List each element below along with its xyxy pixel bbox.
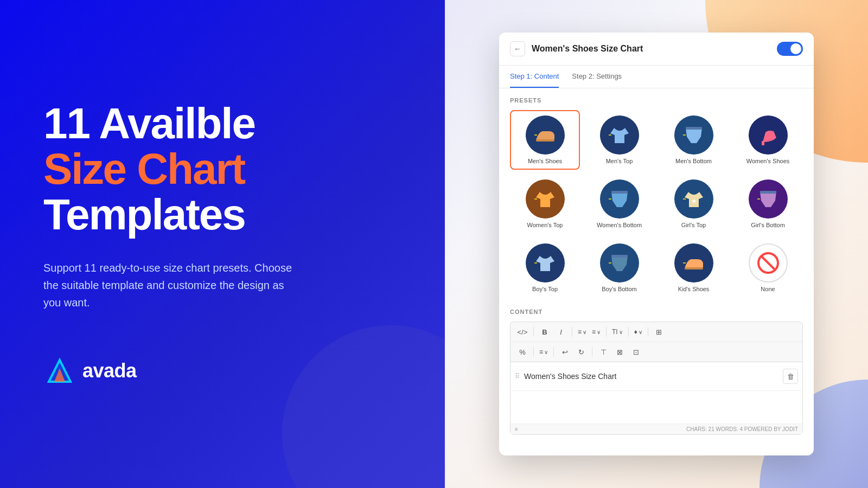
tabs-bar: Step 1: Content Step 2: Settings	[499, 66, 814, 88]
editor-content-row: ⠿ Women's Shoes Size Chart 🗑	[510, 362, 802, 391]
toolbar-sep-7	[553, 347, 554, 357]
toolbar-table-btn[interactable]: ⊞	[652, 324, 667, 339]
toolbar-fullscreen-btn[interactable]: ⊠	[612, 344, 627, 359]
preset-item-mens-shoes[interactable]: Men's Shoes	[510, 110, 580, 170]
editor-body: ⠿ Women's Shoes Size Chart 🗑 ≡ CHARS: 21…	[510, 362, 803, 435]
toolbar-format-btn[interactable]: ⊤	[596, 344, 611, 359]
toggle-active[interactable]	[777, 42, 803, 56]
app-window: ← Women's Shoes Size Chart Step 1: Conte…	[499, 33, 814, 455]
preset-icon-womens-top	[526, 179, 565, 219]
logo-area: avada	[43, 355, 401, 387]
preset-item-kids-shoes[interactable]: Kid's Shoes	[659, 238, 729, 298]
preset-item-mens-bottom[interactable]: Men's Bottom	[659, 110, 729, 170]
toolbar-align[interactable]: ≡ ∨	[537, 347, 550, 357]
svg-text:★: ★	[691, 197, 697, 205]
toolbar-sep-3	[606, 327, 607, 337]
content-label: CONTENT	[510, 309, 803, 315]
left-panel: 11 Availble Size Chart Templates Support…	[0, 0, 445, 488]
toolbar-sep-8	[592, 347, 592, 357]
editor-footer-icon: ≡	[515, 426, 518, 432]
toolbar-list-ol[interactable]: ≡ ∨	[590, 327, 603, 337]
toolbar-row-2: % ≡ ∨ ↩ ↻ ⊤ ⊠ ⊡	[510, 342, 802, 362]
presets-label: PRESETS	[510, 97, 803, 104]
preset-item-mens-top[interactable]: Men's Top	[584, 110, 654, 170]
preset-label-girls-top: Girl's Top	[681, 222, 706, 228]
preset-label-boys-bottom: Boy's Bottom	[602, 286, 636, 292]
preset-label-boys-top: Boy's Top	[532, 286, 558, 292]
preset-item-womens-shoes[interactable]: Women's Shoes	[733, 110, 803, 170]
subtext: Support 11 ready-to-use size chart prese…	[43, 259, 304, 311]
drag-handle-icon[interactable]: ⠿	[515, 373, 520, 380]
preset-icon-mens-top	[600, 115, 639, 155]
delete-row-button[interactable]: 🗑	[783, 369, 798, 384]
toolbar-code-btn[interactable]: </>	[515, 324, 530, 339]
toolbar-bold-btn[interactable]: B	[537, 324, 552, 339]
toolbar-sep-1	[533, 327, 534, 337]
preset-icon-girls-bottom	[749, 179, 788, 219]
svg-rect-19	[685, 267, 703, 269]
svg-rect-17	[611, 255, 628, 258]
toolbar-sep-4	[628, 327, 629, 337]
preset-label-womens-top: Women's Top	[527, 222, 563, 228]
toolbar-font-size[interactable]: TI ∨	[610, 327, 625, 337]
preset-item-womens-top[interactable]: Women's Top	[510, 174, 580, 234]
editor-toolbar: </> B I ≡ ∨ ≡ ∨ TI ∨ ♦ ∨ ⊞ %	[510, 322, 803, 362]
preset-label-girls-bottom: Girl's Bottom	[751, 222, 785, 228]
preset-label-kids-shoes: Kid's Shoes	[678, 286, 710, 292]
presets-grid: Men's ShoesMen's TopMen's BottomWomen's …	[510, 110, 803, 298]
preset-icon-girls-top: ★	[674, 179, 713, 219]
toolbar-italic-btn[interactable]: I	[553, 324, 569, 339]
headline-line1: 11 Availble	[43, 101, 401, 146]
preset-icon-none	[749, 243, 788, 282]
toolbar-row-1: </> B I ≡ ∨ ≡ ∨ TI ∨ ♦ ∨ ⊞	[510, 322, 802, 342]
preset-icon-mens-bottom	[674, 115, 713, 155]
preset-label-womens-bottom: Women's Bottom	[597, 222, 642, 228]
window-header: ← Women's Shoes Size Chart	[499, 33, 814, 66]
preset-icon-mens-shoes	[526, 115, 565, 155]
headline-line3: Templates	[43, 192, 401, 237]
svg-rect-3	[536, 139, 554, 142]
preset-label-womens-shoes: Women's Shoes	[746, 158, 790, 164]
toolbar-list-ul[interactable]: ≡ ∨	[576, 327, 589, 337]
preset-label-mens-bottom: Men's Bottom	[675, 158, 712, 164]
preset-item-boys-top[interactable]: Boy's Top	[510, 238, 580, 298]
svg-rect-14	[760, 191, 776, 194]
right-panel: ← Women's Shoes Size Chart Step 1: Conte…	[445, 0, 868, 488]
svg-rect-8	[762, 141, 764, 145]
preset-icon-womens-bottom	[600, 179, 639, 219]
preset-label-none: None	[761, 286, 775, 292]
toolbar-sep-6	[533, 347, 534, 357]
svg-rect-6	[686, 127, 702, 130]
toolbar-percent-btn[interactable]: %	[515, 344, 530, 359]
preset-icon-boys-bottom	[600, 243, 639, 282]
preset-item-boys-bottom[interactable]: Boy's Bottom	[584, 238, 654, 298]
editor-footer: ≡ CHARS: 21 WORDS: 4 POWERED BY JODIT	[510, 423, 802, 434]
logo-text: avada	[82, 359, 137, 382]
editor-footer-stats: CHARS: 21 WORDS: 4 POWERED BY JODIT	[686, 426, 798, 432]
preset-icon-womens-shoes	[749, 115, 788, 155]
back-button[interactable]: ←	[510, 41, 525, 56]
headline-line2: Size Chart	[43, 146, 401, 192]
preset-label-mens-shoes: Men's Shoes	[528, 158, 562, 164]
toolbar-redo-btn[interactable]: ↻	[573, 344, 589, 359]
preset-item-none[interactable]: None	[733, 238, 803, 298]
svg-line-22	[761, 256, 775, 270]
window-content: PRESETS Men's ShoesMen's TopMen's Bottom…	[499, 88, 814, 455]
tab-settings[interactable]: Step 2: Settings	[572, 66, 622, 88]
preset-label-mens-top: Men's Top	[606, 158, 633, 164]
preset-item-girls-bottom[interactable]: Girl's Bottom	[733, 174, 803, 234]
toolbar-save-btn[interactable]: ⊡	[628, 344, 643, 359]
tab-content[interactable]: Step 1: Content	[510, 66, 559, 88]
svg-rect-10	[611, 191, 628, 194]
toolbar-undo-btn[interactable]: ↩	[557, 344, 572, 359]
avada-logo-icon	[43, 355, 76, 387]
preset-item-girls-top[interactable]: ★Girl's Top	[659, 174, 729, 234]
preset-icon-kids-shoes	[674, 243, 713, 282]
toolbar-sep-2	[572, 327, 572, 337]
editor-content-text[interactable]: Women's Shoes Size Chart	[524, 372, 778, 381]
preset-icon-boys-top	[526, 243, 565, 282]
toolbar-color[interactable]: ♦ ∨	[632, 327, 644, 337]
preset-item-womens-bottom[interactable]: Women's Bottom	[584, 174, 654, 234]
toolbar-sep-5	[648, 327, 648, 337]
window-title: Women's Shoes Size Chart	[532, 44, 770, 54]
